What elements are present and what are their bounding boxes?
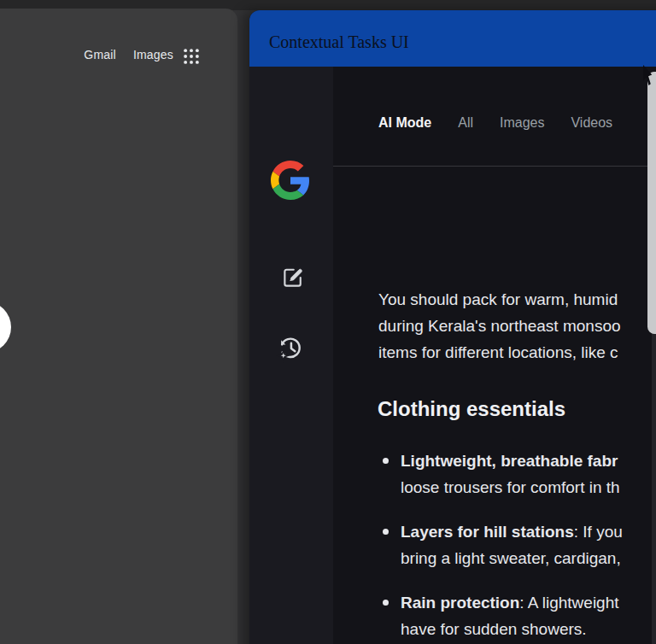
new-chat-button[interactable] xyxy=(280,265,306,290)
google-g-icon xyxy=(271,161,310,200)
tab-all[interactable]: All xyxy=(458,115,473,131)
tabs-row: AI Mode All Images Videos xyxy=(378,115,612,131)
search-tabbar: AI Mode All Images Videos xyxy=(333,67,656,167)
list-item-line1: Layers for hill stations: If you xyxy=(401,518,623,545)
history-button[interactable] xyxy=(276,333,306,363)
list-item-line2: bring a light sweater, cardigan, xyxy=(401,545,623,571)
bullet-dot xyxy=(383,458,389,464)
list-item-line2: loose trousers for comfort in th xyxy=(401,474,620,501)
white-circle xyxy=(0,302,11,353)
window-title: Contextual Tasks UI xyxy=(269,32,409,52)
gmail-link[interactable]: Gmail xyxy=(84,48,116,61)
contextual-tasks-window: Contextual Tasks UI xyxy=(249,10,656,644)
list-item-line2: have for sudden showers. xyxy=(401,616,619,642)
browser-window: Gmail Images xyxy=(0,9,237,644)
list-item-line1: Rain protection: A lightweight xyxy=(401,589,619,616)
list-item: Rain protection: A lightweight have for … xyxy=(378,589,619,642)
ai-answer-content: You should pack for warm, humid during K… xyxy=(333,167,656,644)
tab-images[interactable]: Images xyxy=(500,115,544,131)
google-logo[interactable] xyxy=(271,161,310,200)
ai-history-icon xyxy=(276,333,306,363)
images-link[interactable]: Images xyxy=(133,48,173,61)
answer-paragraph-line: during Kerala's northeast monsoo xyxy=(378,313,621,339)
answer-paragraph-line: You should pack for warm, humid xyxy=(378,286,618,313)
list-item: Layers for hill stations: If you bring a… xyxy=(378,518,623,571)
answer-paragraph-line: items for different locations, like c xyxy=(378,339,618,366)
bullet-dot xyxy=(383,529,389,535)
tab-videos[interactable]: Videos xyxy=(571,115,612,131)
list-item: Lightweight, breathable fabr loose trous… xyxy=(378,448,620,501)
header-links: Gmail Images xyxy=(84,48,173,61)
list-item-line1: Lightweight, breathable fabr xyxy=(401,448,620,474)
google-apps-button[interactable] xyxy=(179,44,203,68)
window-titlebar[interactable]: Contextual Tasks UI xyxy=(249,10,656,67)
tab-ai-mode[interactable]: AI Mode xyxy=(378,115,431,131)
section-heading: Clothing essentials xyxy=(378,397,565,421)
apps-grid-icon xyxy=(182,47,201,66)
bullet-dot xyxy=(383,600,389,606)
ai-mode-sidebar xyxy=(249,67,333,644)
scrollbar-thumb[interactable] xyxy=(647,72,656,334)
compose-icon xyxy=(280,265,306,290)
